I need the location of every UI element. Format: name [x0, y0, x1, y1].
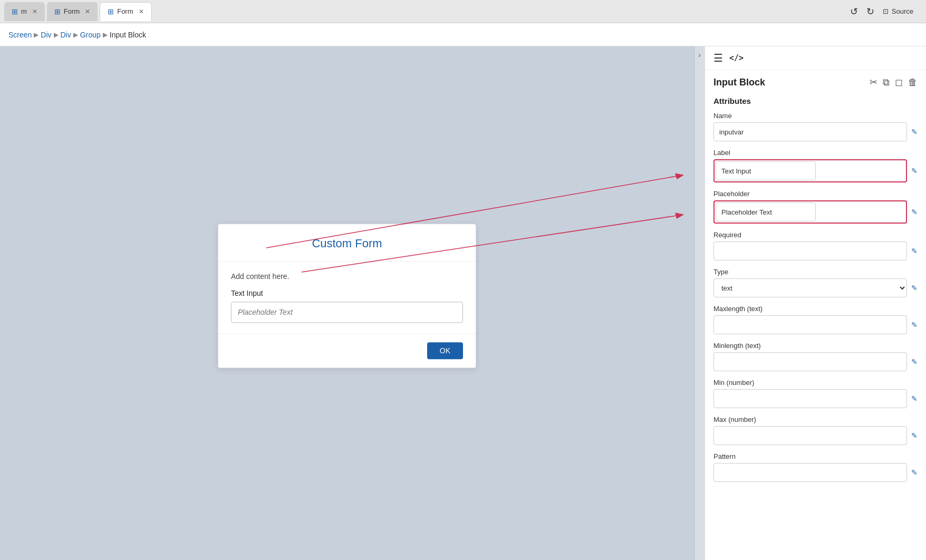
field-row-minlength: Minlength (text) ✎	[713, 342, 918, 371]
field-input-row-name: ✎	[713, 122, 918, 141]
source-button[interactable]: ⊡ Source	[883, 7, 913, 15]
breadcrumb-div-2[interactable]: Div	[61, 31, 71, 39]
field-row-label: Label ✎	[713, 149, 918, 182]
main-layout: Custom Form Add content here. Text Input…	[0, 46, 926, 560]
field-input-maxlength[interactable]	[713, 315, 907, 334]
tab-close-0[interactable]: ✕	[32, 8, 37, 15]
breadcrumb-group[interactable]: Group	[80, 31, 101, 39]
redo-button[interactable]: ↻	[866, 6, 874, 17]
form-add-content: Add content here.	[231, 272, 463, 281]
field-row-required: Required ✎	[713, 231, 918, 260]
field-select-type[interactable]: text number email password tel url	[713, 278, 907, 297]
form-title: Custom Form	[218, 224, 476, 262]
panel-title-bar: Input Block ✂ ⧉ ◻ 🗑	[705, 70, 926, 92]
field-label-type: Type	[713, 268, 918, 276]
copy-button[interactable]: ⧉	[883, 77, 890, 88]
attributes-label: Attributes	[713, 96, 918, 105]
breadcrumb-screen[interactable]: Screen	[8, 31, 32, 39]
field-row-type: Type text number email password tel url …	[713, 268, 918, 297]
field-label-placeholder: Placeholder	[713, 190, 918, 198]
edit-icon-maxlength[interactable]: ✎	[911, 321, 918, 329]
field-input-row-max: ✎	[713, 426, 918, 445]
field-input-placeholder[interactable]	[716, 202, 816, 221]
field-label-pattern: Pattern	[713, 452, 918, 460]
panel-toggle-arrow: ›	[698, 51, 701, 59]
right-panel: ☰ </> Input Block ✂ ⧉ ◻ 🗑 Attributes Nam…	[705, 46, 926, 560]
field-input-row-maxlength: ✎	[713, 315, 918, 334]
edit-icon-max[interactable]: ✎	[911, 431, 918, 440]
field-input-required[interactable]	[713, 242, 907, 260]
edit-icon-min[interactable]: ✎	[911, 394, 918, 403]
edit-icon-minlength[interactable]: ✎	[911, 358, 918, 366]
tab-label-1: Form	[64, 7, 80, 15]
edit-icon-placeholder[interactable]: ✎	[911, 208, 918, 216]
form-input-field[interactable]	[231, 302, 463, 323]
field-input-row-type: text number email password tel url ✎	[713, 278, 918, 297]
field-input-max[interactable]	[713, 426, 907, 445]
field-label-max: Max (number)	[713, 416, 918, 423]
tab-icon-0: ⊞	[12, 7, 18, 16]
breadcrumb-sep-1: ▶	[54, 31, 59, 38]
source-icon: ⊡	[883, 7, 889, 15]
breadcrumb-div-1[interactable]: Div	[41, 31, 51, 39]
attributes-section: Attributes Name ✎ Label ✎	[705, 92, 926, 494]
breadcrumb-sep-3: ▶	[103, 31, 108, 38]
breadcrumb: Screen ▶ Div ▶ Div ▶ Group ▶ Input Block	[0, 23, 926, 46]
field-input-name[interactable]	[713, 122, 907, 141]
canvas-area: Custom Form Add content here. Text Input…	[0, 46, 694, 560]
breadcrumb-sep-2: ▶	[73, 31, 78, 38]
field-label-minlength: Minlength (text)	[713, 342, 918, 350]
edit-icon-required[interactable]: ✎	[911, 247, 918, 255]
field-label-label: Label	[713, 149, 918, 157]
field-label-min: Min (number)	[713, 379, 918, 387]
panel-toggle[interactable]: ›	[694, 46, 705, 560]
field-label-required: Required	[713, 231, 918, 239]
form-ok-button[interactable]: OK	[427, 342, 463, 359]
edit-icon-type[interactable]: ✎	[911, 284, 918, 292]
tab-label-2: Form	[117, 7, 133, 15]
form-footer: OK	[218, 333, 476, 368]
breadcrumb-sep-0: ▶	[34, 31, 38, 38]
field-row-placeholder: Placeholder ✎	[713, 190, 918, 224]
delete-button[interactable]: 🗑	[908, 77, 918, 88]
edit-icon-name[interactable]: ✎	[911, 128, 918, 136]
label-highlight-box	[713, 159, 907, 182]
panel-title-actions: ✂ ⧉ ◻ 🗑	[870, 76, 918, 88]
field-input-row-label: ✎	[713, 159, 918, 182]
form-body: Add content here. Text Input	[218, 262, 476, 333]
edit-icon-label[interactable]: ✎	[911, 167, 918, 175]
form-card: Custom Form Add content here. Text Input…	[218, 224, 476, 368]
toggle-button[interactable]: ◻	[895, 76, 903, 88]
field-input-minlength[interactable]	[713, 352, 907, 371]
code-icon[interactable]: </>	[729, 53, 744, 63]
field-input-row-pattern: ✎	[713, 463, 918, 482]
edit-icon-pattern[interactable]: ✎	[911, 468, 918, 477]
tab-closed[interactable]: ⊞ m ✕	[4, 2, 45, 21]
tab-close-1[interactable]: ✕	[85, 8, 90, 15]
field-input-row-required: ✎	[713, 242, 918, 260]
field-input-pattern[interactable]	[713, 463, 907, 482]
tab-icon-2: ⊞	[108, 7, 114, 16]
field-row-maxlength: Maxlength (text) ✎	[713, 305, 918, 334]
tab-bar-right: ↺ ↻ ⊡ Source	[850, 6, 922, 17]
panel-toolbar: ☰ </>	[705, 46, 926, 70]
field-row-max: Max (number) ✎	[713, 416, 918, 445]
field-input-row-minlength: ✎	[713, 352, 918, 371]
database-icon[interactable]: ☰	[713, 52, 723, 64]
field-input-row-placeholder: ✎	[713, 200, 918, 224]
field-input-min[interactable]	[713, 389, 907, 408]
tab-bar: ⊞ m ✕ ⊞ Form ✕ ⊞ Form ✕ ↺ ↻ ⊡ Source	[0, 0, 926, 23]
form-field-label: Text Input	[231, 289, 463, 297]
undo-button[interactable]: ↺	[850, 6, 858, 17]
panel-title: Input Block	[713, 77, 870, 88]
tab-form-2[interactable]: ⊞ Form ✕	[100, 2, 151, 21]
tab-close-2[interactable]: ✕	[139, 8, 144, 15]
scissors-button[interactable]: ✂	[870, 76, 877, 88]
field-row-pattern: Pattern ✎	[713, 452, 918, 482]
field-row-min: Min (number) ✎	[713, 379, 918, 408]
field-input-row-min: ✎	[713, 389, 918, 408]
tab-label-0: m	[21, 7, 27, 15]
field-input-label[interactable]	[716, 161, 816, 180]
placeholder-highlight-box	[713, 200, 907, 224]
tab-form-1[interactable]: ⊞ Form ✕	[47, 2, 98, 21]
